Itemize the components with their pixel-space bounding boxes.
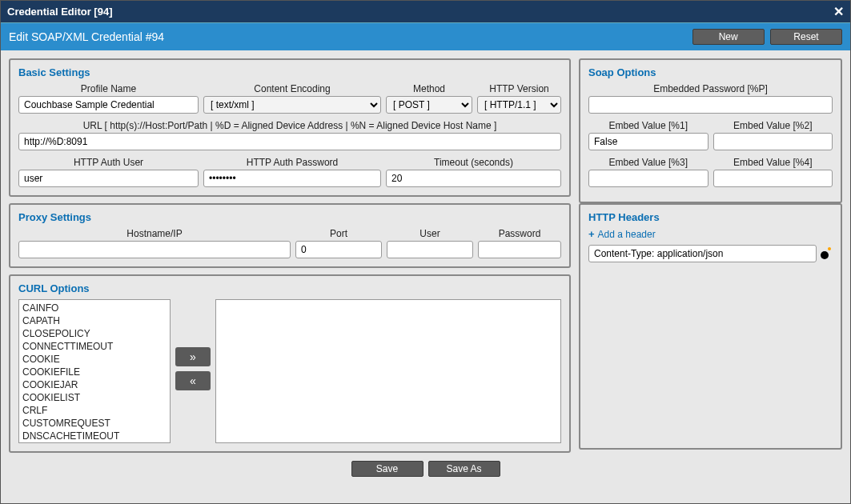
url-label: URL [ http(s)://Host:Port/Path | %D = Al… [18, 120, 561, 131]
method-select[interactable]: [ POST ] [386, 96, 472, 114]
proxy-host-label: Hostname/IP [18, 228, 291, 239]
emb-val4-input[interactable] [713, 170, 833, 187]
mid-row: Proxy Settings Hostname/IP Port User [9, 203, 842, 459]
emb-pass-label: Embedded Password [%P] [588, 83, 833, 94]
auth-pass-input[interactable] [203, 170, 381, 187]
basic-row3: HTTP Auth User HTTP Auth Password Timeou… [18, 157, 561, 187]
credential-editor-window: Credential Editor [94] ✕ Edit SOAP/XML C… [0, 0, 851, 504]
emb-val2-input[interactable] [713, 133, 833, 150]
header-entry-input[interactable] [588, 245, 817, 262]
add-header-label: Add a header [598, 229, 656, 240]
curl-list-item[interactable]: CLOSEPOLICY [22, 327, 167, 340]
move-left-button[interactable]: « [175, 371, 211, 390]
encoding-select[interactable]: [ text/xml ] [203, 96, 381, 114]
curl-list-item[interactable]: DNSCACHETIMEOUT [22, 430, 167, 442]
header-buttons: New Reset [689, 29, 842, 45]
curl-list-item[interactable]: COOKIELIST [22, 391, 167, 404]
curl-list-item[interactable]: CRLF [22, 404, 167, 417]
curl-options-legend: CURL Options [18, 282, 561, 294]
soap-options-fieldset: Soap Options Embedded Password [%P] Embe… [579, 58, 842, 203]
curl-source-list[interactable]: CAINFOCAPATHCLOSEPOLICYCONNECTTIMEOUTCOO… [18, 299, 171, 443]
emb-val1-input[interactable] [588, 133, 708, 150]
right-column-mid: HTTP Headers + Add a header [579, 203, 842, 459]
curl-options-fieldset: CURL Options CAINFOCAPATHCLOSEPOLICYCONN… [9, 274, 571, 453]
emb-val4-label: Embed Value [%4] [713, 157, 833, 168]
proxy-user-input[interactable] [387, 241, 473, 258]
emb-val3-input[interactable] [588, 170, 708, 187]
profile-name-input[interactable] [18, 96, 199, 114]
curl-transfer-box: CAINFOCAPATHCLOSEPOLICYCONNECTTIMEOUTCOO… [18, 299, 561, 443]
new-button[interactable]: New [692, 29, 765, 45]
plus-icon: + [588, 228, 595, 240]
form-body: Basic Settings Profile Name Content Enco… [1, 50, 850, 485]
title-bar: Credential Editor [94] ✕ [1, 1, 850, 22]
profile-name-label: Profile Name [18, 83, 199, 94]
add-header-link[interactable]: + Add a header [588, 228, 833, 240]
proxy-settings-fieldset: Proxy Settings Hostname/IP Port User [9, 203, 571, 268]
basic-row2: URL [ http(s)://Host:Port/Path | %D = Al… [18, 120, 561, 150]
emb-val2-label: Embed Value [%2] [713, 120, 833, 131]
save-as-button[interactable]: Save As [428, 461, 500, 477]
left-column: Basic Settings Profile Name Content Enco… [9, 58, 571, 203]
curl-list-item[interactable]: CONNECTTIMEOUT [22, 340, 167, 353]
auth-pass-label: HTTP Auth Password [203, 157, 381, 168]
curl-list-item[interactable]: CAPATH [22, 314, 167, 327]
http-headers-fieldset: HTTP Headers + Add a header [579, 203, 842, 450]
transfer-buttons: » « [175, 347, 211, 390]
http-version-select[interactable]: [ HTTP/1.1 ] [477, 96, 561, 114]
url-input[interactable] [18, 133, 561, 150]
emb-val3-label: Embed Value [%3] [588, 157, 708, 168]
footer-buttons: Save Save As [9, 459, 842, 477]
proxy-port-label: Port [295, 228, 382, 239]
save-button[interactable]: Save [351, 461, 423, 477]
timeout-input[interactable] [386, 170, 561, 187]
proxy-settings-legend: Proxy Settings [18, 211, 561, 223]
left-column-mid: Proxy Settings Hostname/IP Port User [9, 203, 571, 459]
curl-list-item[interactable]: COOKIE [22, 353, 167, 366]
encoding-label: Content Encoding [203, 83, 381, 94]
basic-settings-legend: Basic Settings [18, 66, 561, 78]
top-row: Basic Settings Profile Name Content Enco… [9, 58, 842, 203]
soap-options-legend: Soap Options [588, 66, 833, 78]
auth-user-label: HTTP Auth User [18, 157, 199, 168]
timeout-label: Timeout (seconds) [386, 157, 561, 168]
move-right-button[interactable]: » [175, 347, 211, 366]
http-version-label: HTTP Version [477, 83, 561, 94]
basic-row1: Profile Name Content Encoding [ text/xml… [18, 83, 561, 114]
emb-val1-label: Embed Value [%1] [588, 120, 708, 131]
close-icon[interactable]: ✕ [833, 4, 844, 19]
proxy-pass-label: Password [478, 228, 561, 239]
sub-header: Edit SOAP/XML Credential #94 New Reset [1, 22, 850, 50]
delete-header-icon[interactable] [820, 247, 833, 260]
proxy-port-input[interactable] [295, 241, 382, 258]
curl-list-item[interactable]: COOKIEFILE [22, 366, 167, 378]
right-column-top: Soap Options Embedded Password [%P] Embe… [579, 58, 842, 203]
proxy-user-label: User [387, 228, 473, 239]
curl-list-item[interactable]: DNSUSEGLOBALCACHE [22, 442, 167, 443]
proxy-host-input[interactable] [18, 241, 291, 258]
curl-list-item[interactable]: COOKIEJAR [22, 378, 167, 391]
curl-target-list[interactable] [215, 299, 561, 443]
auth-user-input[interactable] [18, 170, 199, 187]
curl-list-item[interactable]: CUSTOMREQUEST [22, 417, 167, 430]
method-label: Method [386, 83, 472, 94]
sub-header-title: Edit SOAP/XML Credential #94 [9, 30, 164, 43]
reset-button[interactable]: Reset [770, 29, 842, 45]
emb-pass-input[interactable] [588, 96, 833, 114]
basic-settings-fieldset: Basic Settings Profile Name Content Enco… [9, 58, 571, 197]
header-entry-row [588, 245, 833, 262]
http-headers-legend: HTTP Headers [588, 211, 833, 223]
window-title: Credential Editor [94] [7, 6, 112, 18]
curl-list-item[interactable]: CAINFO [22, 302, 167, 314]
proxy-pass-input[interactable] [478, 241, 561, 258]
